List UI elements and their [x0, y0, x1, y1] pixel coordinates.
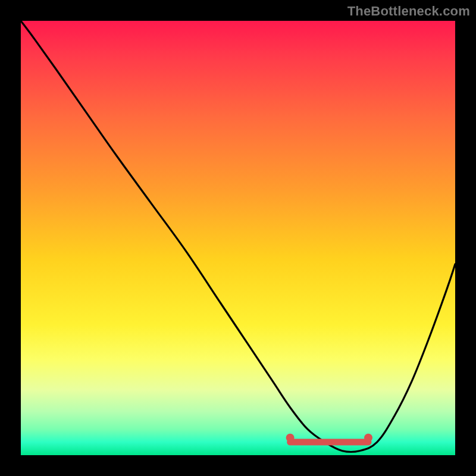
- chart-frame: TheBottleneck.com: [0, 0, 476, 476]
- marker-end-icon: [364, 434, 372, 442]
- watermark-text: TheBottleneck.com: [347, 4, 470, 19]
- bottleneck-curve: [21, 21, 455, 452]
- plot-area: [21, 21, 455, 455]
- marker-start-icon: [286, 434, 295, 442]
- chart-svg: [21, 21, 455, 455]
